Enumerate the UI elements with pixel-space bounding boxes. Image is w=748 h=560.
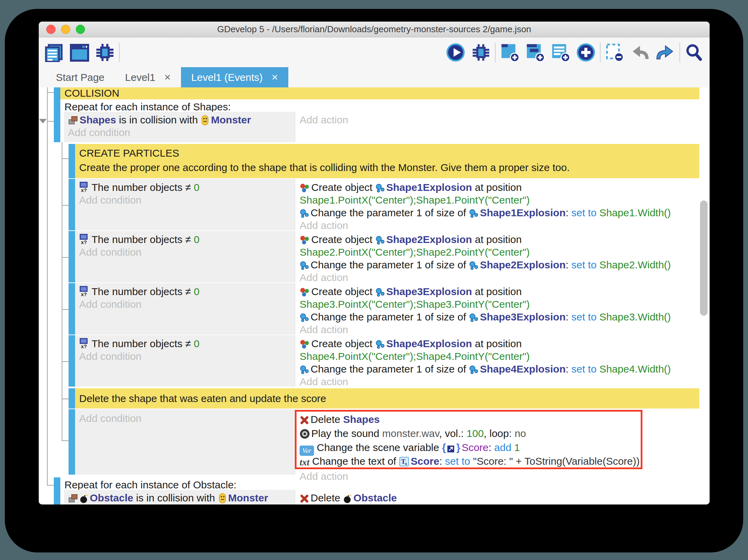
event-repeat-shapes: Repeat for each instance of Shapes: Shap… — [39, 99, 699, 142]
conditions-cell: Shapes is in collision with Monster Add … — [64, 112, 295, 142]
close-tab-icon[interactable]: × — [272, 71, 278, 84]
sub-event: x?The number objects ≠ 0 Add condition C… — [39, 179, 699, 230]
add-action-link[interactable]: Add action — [300, 375, 348, 388]
object-name: Monster — [211, 114, 251, 125]
add-comment-icon[interactable] — [551, 42, 570, 62]
comment-particles[interactable]: CREATE PARTICLES Create the proper one a… — [39, 144, 699, 178]
tab-label: Level1 (Events) — [191, 72, 263, 83]
position-expression[interactable]: Shape4.PointX("Center");Shape4.PointY("C… — [300, 350, 530, 363]
position-expression[interactable]: Shape1.PointX("Center");Shape1.PointY("C… — [300, 194, 530, 206]
condition-value: 0 — [194, 286, 200, 297]
add-condition-link[interactable]: Add condition — [79, 298, 142, 311]
svg-text:x?: x? — [81, 343, 87, 349]
object-name: Shapes — [80, 114, 116, 125]
add-choose-icon[interactable] — [576, 42, 596, 62]
delete-icon — [300, 494, 309, 504]
tab-level1-events[interactable]: Level1 (Events) × — [181, 67, 288, 87]
comment-delete-shape[interactable]: Delete the shape that was eaten and upda… — [39, 388, 699, 409]
add-action-link[interactable]: Add action — [300, 323, 348, 336]
highlight-box — [295, 410, 642, 469]
action-row-delete[interactable]: Delete Obstacle — [300, 491, 397, 504]
add-action-link[interactable]: Add action — [300, 271, 348, 284]
zoom-window-button[interactable] — [76, 25, 85, 34]
search-icon[interactable] — [684, 42, 704, 62]
event-bar — [69, 409, 75, 475]
undo-icon[interactable] — [630, 42, 650, 62]
position-expression[interactable]: Shape2.PointX("Center");Shape2.PointY("C… — [300, 246, 530, 258]
conditions-cell: x?The number objects ≠ 0 Add condition — [75, 335, 295, 387]
neq-operator: ≠ — [185, 286, 191, 297]
bomb-object-icon — [343, 493, 352, 504]
conditions-cell: Add condition — [75, 409, 295, 475]
debugger-icon[interactable] — [95, 42, 115, 62]
action-row-size[interactable]: Change the parameter 1 of size of Shape2… — [300, 258, 671, 273]
action-row-size[interactable]: Change the parameter 1 of size of Shape4… — [300, 363, 671, 377]
conditions-cell: Obstacle is in collision with Monster — [64, 490, 295, 504]
particle-object-icon — [469, 208, 479, 221]
repeat-header[interactable]: Repeat for each instance of Obstacle: — [64, 478, 237, 491]
close-window-button[interactable] — [46, 25, 56, 34]
close-tab-icon[interactable]: × — [164, 71, 171, 84]
svg-text:x?: x? — [81, 187, 87, 193]
comment-bg: CREATE PARTICLES Create the proper one a… — [75, 144, 699, 178]
object-name: Shape3Explosion — [480, 311, 566, 322]
add-condition-link[interactable]: Add condition — [68, 126, 130, 139]
add-event-icon[interactable] — [500, 42, 520, 62]
condition-text: The number objects — [92, 182, 185, 193]
event-bar — [69, 231, 75, 282]
minimize-window-button[interactable] — [61, 25, 70, 34]
shape-sub-events: x?The number objects ≠ 0 Add condition C… — [39, 179, 699, 387]
scene-editor-icon[interactable] — [70, 42, 89, 62]
action-text: Change the parameter 1 of size of — [311, 207, 469, 218]
action-text: Create object — [311, 234, 375, 245]
particle-object-icon — [469, 260, 479, 273]
action-text: Create object — [311, 338, 375, 349]
position-expression[interactable]: Shape3.PointX("Center");Shape3.PointY("C… — [300, 298, 530, 311]
size-expression: Shape3.Width() — [599, 311, 671, 322]
action-text: Create object — [311, 286, 375, 297]
action-text: at position — [472, 234, 522, 245]
add-condition-link[interactable]: Add condition — [79, 246, 142, 258]
add-action-link[interactable]: Add action — [300, 113, 348, 126]
vertical-scrollbar-thumb[interactable] — [700, 200, 708, 316]
action-text: at position — [472, 338, 522, 349]
action-row-size[interactable]: Change the parameter 1 of size of Shape3… — [300, 311, 671, 325]
particle-object-icon — [469, 313, 479, 325]
condition-text: The number objects — [92, 234, 185, 245]
condition-text: The number objects — [92, 286, 185, 297]
actions-cell: Delete Obstacle — [295, 490, 699, 504]
comment-collision[interactable]: COLLISION — [60, 87, 699, 99]
action-text: at position — [472, 182, 522, 193]
operator-keyword: set to — [571, 207, 596, 218]
add-sub-event-icon[interactable] — [525, 42, 545, 62]
repeat-header[interactable]: Repeat for each instance of Shapes: — [64, 100, 231, 113]
redo-icon[interactable] — [655, 42, 675, 62]
project-manager-icon[interactable] — [44, 42, 64, 62]
add-action-link[interactable]: Add action — [300, 219, 348, 232]
operator-keyword: set to — [571, 363, 596, 375]
debug-preview-icon[interactable] — [471, 42, 491, 62]
add-condition-link[interactable]: Add condition — [79, 412, 142, 425]
operator-keyword: set to — [571, 259, 596, 270]
action-text: Change the parameter 1 of size of — [311, 259, 469, 270]
play-preview-icon[interactable] — [446, 42, 466, 62]
event-bar — [69, 335, 75, 387]
condition-text: is in collision with — [116, 114, 201, 125]
tab-level1[interactable]: Level1 × — [115, 67, 181, 87]
remove-selection-icon[interactable] — [605, 42, 625, 62]
action-text: Delete — [311, 492, 343, 503]
event-repeat-obstacle: Repeat for each instance of Obstacle: Ob… — [39, 477, 699, 504]
action-row-size[interactable]: Change the parameter 1 of size of Shape1… — [300, 206, 671, 221]
condition-row[interactable]: Obstacle is in collision with Monster — [68, 491, 268, 504]
comment-text: Delete the shape that was eaten and upda… — [79, 393, 326, 404]
tab-start-page[interactable]: Start Page — [46, 67, 115, 87]
tree-connector — [47, 92, 54, 93]
bomb-object-icon — [80, 493, 88, 504]
titlebar: GDevelop 5 - /Users/florian/Downloads/ge… — [39, 22, 710, 37]
action-text: : — [566, 259, 571, 270]
window-title: GDevelop 5 - /Users/florian/Downloads/ge… — [217, 24, 531, 35]
object-name: Shape2Explosion — [480, 259, 566, 270]
tab-label: Start Page — [56, 72, 105, 83]
add-condition-link[interactable]: Add condition — [79, 194, 142, 206]
add-condition-link[interactable]: Add condition — [79, 350, 142, 363]
